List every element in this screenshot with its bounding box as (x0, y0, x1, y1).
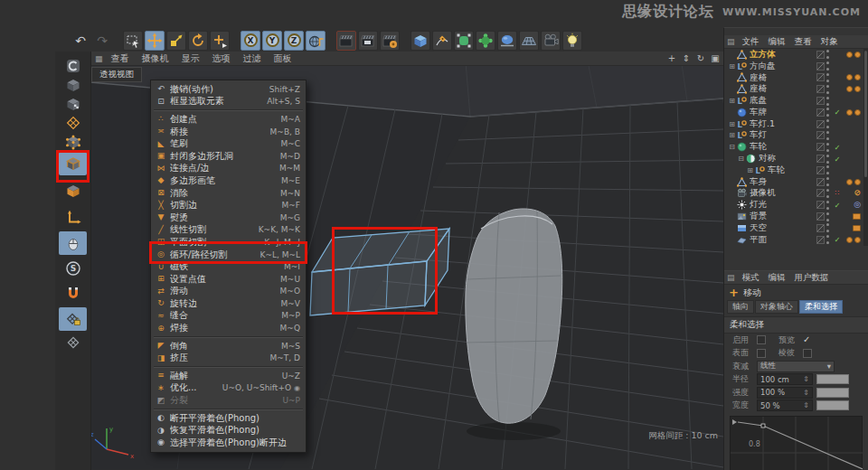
pan-view-icon[interactable]: + (666, 54, 677, 63)
move-icon[interactable] (145, 31, 165, 51)
falloff-curve-editor[interactable]: 0.8 (730, 416, 863, 470)
menu-item-brush[interactable]: ◣笔刷M~C (151, 137, 306, 150)
render-toggle[interactable] (816, 212, 825, 221)
slider-handle-强度[interactable] (816, 388, 849, 398)
viewport-menu-面板[interactable]: 面板 (268, 52, 298, 65)
visibility-dots[interactable] (826, 73, 830, 82)
enabled-check-icon[interactable]: ✓ (833, 201, 842, 210)
menu-item-close-polygon-hole[interactable]: ▣封闭多边形孔洞M~D (151, 150, 306, 163)
instance-icon[interactable]: L (736, 96, 748, 106)
texture-tag-icon[interactable] (846, 237, 853, 243)
menu-item-connect-points-edges[interactable]: ⋈连接点/边M~M (151, 163, 306, 175)
render-toggle[interactable] (816, 224, 825, 232)
expand-icon[interactable]: ⊞ (728, 62, 736, 70)
environment-icon[interactable] (497, 31, 517, 51)
object-row-摄像机[interactable]: 摄像机∷⊘ (724, 188, 863, 200)
attribute-tab-对象轴心[interactable]: 对象轴心 (755, 300, 798, 314)
options-gear-icon[interactable]: ◉ (294, 384, 300, 392)
texture-tag-icon[interactable] (854, 179, 861, 185)
viewport-solo-icon[interactable] (59, 231, 87, 255)
viewport-tab-perspective[interactable]: 透视视图 (91, 67, 142, 82)
object-row-车灯.1[interactable]: ⊞L车灯.1 (724, 118, 863, 130)
checkbox-启用[interactable] (757, 335, 766, 344)
menu-item-phong-select[interactable]: ◉选择平滑着色(Phong)断开边 (151, 437, 306, 449)
menu-item-edge-cut[interactable]: ╳切割边M~F (151, 199, 306, 212)
render-toggle[interactable] (816, 143, 825, 151)
instance-icon[interactable]: L (736, 61, 748, 71)
background-object-icon[interactable] (736, 212, 748, 221)
attribute-menu-模式[interactable]: 模式 (738, 272, 764, 284)
menu-item-phong-restore[interactable]: ◑恢复平滑着色(Phong) (151, 424, 306, 437)
render-settings-icon[interactable] (380, 31, 400, 51)
render-picture-viewer-icon[interactable] (358, 31, 378, 51)
polygon-object-icon[interactable] (736, 84, 748, 94)
value-input-宽度[interactable]: 50 %⇕ (757, 400, 813, 411)
render-toggle[interactable] (816, 51, 825, 59)
menu-item-loop-path-cut[interactable]: ◎循环/路径切割K~L, M~L (151, 249, 306, 261)
rotate-view-icon[interactable]: ↻ (695, 54, 706, 63)
object-row-车灯[interactable]: ⊞L车灯 (724, 130, 863, 142)
stepper-icon[interactable]: ⇕ (803, 401, 809, 409)
object-row-车轮[interactable]: ⊞L车轮 (724, 164, 863, 176)
object-row-底盘[interactable]: ⊞L底盘 (724, 95, 863, 107)
object-row-车轮[interactable]: ⊟车轮✓ (724, 141, 863, 153)
quantize-magnet-icon[interactable] (59, 282, 87, 306)
plane-object-icon[interactable] (736, 235, 748, 245)
stepper-icon[interactable]: ⇕ (803, 389, 809, 397)
burger-icon[interactable]: ▤ (727, 273, 735, 282)
enable-axis-icon[interactable] (59, 206, 87, 230)
render-toggle[interactable] (816, 120, 825, 128)
menu-item-optimize[interactable]: ∗优化...U~O, U~Shift+O◉ (151, 382, 306, 395)
texture-tag-icon[interactable] (846, 74, 853, 80)
collapse-icon[interactable]: ⊟ (737, 155, 745, 163)
object-row-车身[interactable]: 车身 (724, 176, 863, 188)
floor-icon[interactable] (519, 31, 539, 51)
texture-tag-icon[interactable] (854, 237, 861, 243)
object-row-灯光[interactable]: 灯光✓◎ (724, 199, 863, 211)
deformer-icon[interactable] (476, 31, 495, 51)
polygon-object-icon[interactable] (736, 177, 748, 187)
viewport-menu-摄像机[interactable]: 摄像机 (136, 52, 175, 65)
visibility-dots[interactable] (826, 212, 830, 221)
menu-item-magnet[interactable]: ∪磁铁M~I (151, 260, 306, 273)
render-toggle[interactable] (816, 62, 825, 70)
object-row-座椅[interactable]: 座椅 (724, 72, 863, 84)
object-row-方向盘[interactable]: ⊞L方向盘 (724, 61, 863, 72)
menu-item-rotate-edge[interactable]: ↻旋转边M~V (151, 297, 306, 310)
viewport-menu-选项[interactable]: 选项 (206, 52, 237, 65)
visibility-dots[interactable] (826, 177, 830, 186)
camera-object-icon[interactable] (736, 188, 748, 198)
rotate-icon[interactable] (188, 31, 208, 51)
visibility-dots[interactable] (826, 223, 830, 232)
workplane-snap-icon[interactable] (59, 307, 87, 331)
checkbox-表面[interactable] (757, 349, 766, 358)
visibility-dots[interactable] (826, 119, 830, 128)
live-selection-icon[interactable] (123, 31, 143, 51)
visibility-dots[interactable] (826, 201, 830, 210)
visibility-dots[interactable] (826, 235, 830, 244)
render-view-icon[interactable] (336, 31, 356, 51)
object-manager-menu-查看[interactable]: 查看 (790, 36, 816, 48)
object-manager-scrollbar[interactable] (863, 49, 868, 246)
attribute-menu-编辑[interactable]: 编辑 (764, 272, 790, 284)
texture-tag-icon[interactable] (854, 74, 861, 80)
sphere-object-icon[interactable] (736, 108, 748, 118)
object-row-立方体[interactable]: 立方体 (724, 49, 863, 61)
scale-icon[interactable] (166, 31, 186, 51)
texture-tag-icon[interactable] (846, 52, 853, 58)
enabled-check-icon[interactable]: ✓ (833, 108, 842, 117)
collapse-icon[interactable]: ⊟ (728, 143, 736, 151)
last-tool-icon[interactable] (210, 31, 230, 51)
slider-handle-宽度[interactable] (816, 400, 849, 410)
menu-item-frame-selected[interactable]: ⊡框显选取元素Alt+S, S (151, 96, 306, 108)
render-toggle[interactable] (816, 201, 825, 209)
dolly-view-icon[interactable]: ⇕ (681, 54, 692, 63)
menu-item-weld[interactable]: ⊕焊接M~Q (151, 322, 306, 334)
object-manager-menu-对象[interactable]: 对象 (816, 36, 843, 48)
instance-icon[interactable]: L (754, 165, 766, 175)
render-toggle[interactable] (816, 189, 825, 197)
attribute-tab-轴向[interactable]: 轴向 (727, 300, 754, 314)
attribute-menu-用户数据[interactable]: 用户数据 (790, 272, 834, 284)
sky-object-icon[interactable] (736, 223, 748, 233)
checkbox-棱彼[interactable] (803, 349, 812, 358)
